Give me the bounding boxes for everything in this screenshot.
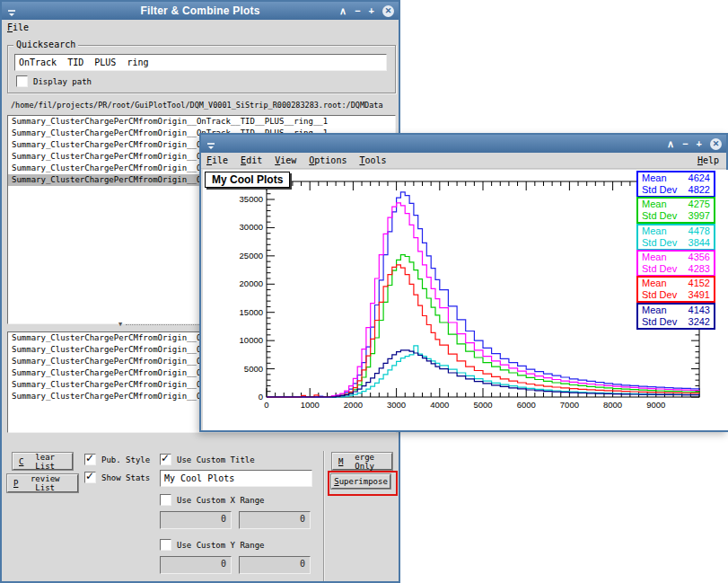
shade-icon[interactable]: ∧: [339, 2, 346, 20]
y-max-field[interactable]: 0: [239, 556, 311, 574]
menu-file[interactable]: File: [206, 155, 228, 165]
superimpose-button[interactable]: Superimpose: [331, 474, 390, 489]
maximize-icon[interactable]: +: [697, 135, 702, 153]
std-dev-label: Std Dev: [642, 289, 677, 301]
shade-icon[interactable]: ∧: [667, 135, 674, 153]
chevron-down-icon: ▼: [118, 321, 122, 328]
menu-view[interactable]: View: [275, 155, 296, 165]
mean-value: 4624: [689, 172, 710, 184]
std-dev-label: Std Dev: [642, 210, 677, 222]
checkbox-box: [160, 494, 171, 506]
stat-box[interactable]: Mean4143Std Dev3242: [636, 303, 715, 330]
close-icon[interactable]: ✕: [710, 138, 722, 150]
x-tick-label: 1000: [301, 400, 320, 410]
std-dev-value: 3844: [689, 237, 710, 249]
hist-red: [267, 265, 699, 397]
std-dev-label: Std Dev: [642, 263, 677, 275]
x-tick-label: 3000: [387, 400, 406, 410]
x-tick-label: 7000: [560, 400, 579, 410]
stat-box[interactable]: Mean4624Std Dev4822: [636, 171, 715, 198]
x-tick-label: 0: [264, 400, 268, 410]
checkbox-box: [160, 539, 171, 551]
y-tick-label: 15000: [240, 307, 263, 317]
stat-box[interactable]: Mean4478Std Dev3844: [636, 224, 715, 251]
std-dev-value: 3242: [689, 316, 710, 328]
x-min-field[interactable]: 0: [160, 511, 232, 529]
menu-file[interactable]: File: [7, 22, 29, 32]
mean-value: 4143: [689, 305, 710, 316]
hist-magenta: [267, 203, 699, 397]
mean-label: Mean: [642, 305, 667, 316]
desktop: Filter & Combine Plots ∧ − + ✕ File Quic…: [0, 0, 728, 583]
file-path-label: /home/fil/projects/PR/root/GuiPlotTool/D…: [11, 101, 397, 110]
std-dev-label: Std Dev: [642, 237, 677, 249]
mean-value: 4478: [689, 225, 710, 237]
hist-green: [267, 255, 699, 397]
display-path-checkbox[interactable]: Display path: [16, 75, 92, 87]
mean-label: Mean: [642, 199, 667, 210]
mean-value: 4152: [689, 278, 710, 289]
mean-label: Mean: [642, 252, 667, 263]
y-min-field[interactable]: 0: [160, 556, 232, 574]
window-menu-icon[interactable]: [206, 138, 216, 149]
custom-title-input[interactable]: [160, 470, 312, 487]
window2-titlebar[interactable]: ∧ − + ✕: [201, 135, 726, 153]
merge-only-button[interactable]: Merge Only: [332, 453, 392, 470]
hist-blue: [267, 192, 699, 397]
std-dev-value: 4283: [689, 263, 710, 275]
list-item[interactable]: Summary_ClusterChargePerCMfromOrigin__On…: [8, 116, 395, 128]
mean-label: Mean: [642, 225, 667, 237]
quicksearch-input[interactable]: [14, 54, 387, 71]
maximize-icon[interactable]: +: [369, 2, 374, 20]
menu-tools[interactable]: Tools: [359, 155, 386, 165]
use-custom-y-range-label: Use Custom Y Range: [177, 541, 265, 550]
show-stats-label: Show Stats: [101, 473, 150, 482]
checkbox-box: [160, 454, 171, 465]
mean-value: 4275: [689, 199, 710, 210]
use-custom-x-range-label: Use Custom X Range: [177, 496, 265, 505]
use-custom-title-checkbox[interactable]: Use Custom Title: [160, 454, 255, 465]
x-max-field[interactable]: 0: [239, 511, 311, 529]
quicksearch-label: Quicksearch: [13, 40, 78, 49]
use-custom-y-range-checkbox[interactable]: Use Custom Y Range: [160, 539, 265, 551]
display-path-label: Display path: [33, 77, 92, 86]
clear-list-button[interactable]: Clear List: [13, 453, 73, 470]
checkbox-box: [84, 472, 96, 483]
std-dev-value: 3997: [689, 210, 710, 222]
x-tick-label: 8000: [603, 400, 622, 410]
pub-style-checkbox[interactable]: Pub. Style: [84, 454, 150, 465]
x-tick-label: 9000: [646, 400, 665, 410]
x-tick-label: 5000: [473, 400, 492, 410]
plot-frame: [267, 181, 699, 397]
stat-box[interactable]: Mean4275Std Dev3997: [636, 197, 715, 224]
x-tick-label: 2000: [344, 400, 363, 410]
use-custom-x-range-checkbox[interactable]: Use Custom X Range: [160, 494, 265, 506]
menu-options[interactable]: Options: [309, 155, 346, 165]
plot-title-box[interactable]: My Cool Plots: [205, 172, 290, 188]
y-tick-label: 5000: [244, 364, 263, 374]
menu-help[interactable]: Help: [697, 155, 719, 165]
x-tick-label: 6000: [517, 400, 536, 410]
minimize-icon[interactable]: −: [355, 2, 360, 20]
minimize-icon[interactable]: −: [682, 135, 688, 153]
close-icon[interactable]: ✕: [382, 5, 394, 17]
menu-edit[interactable]: Edit: [241, 155, 262, 165]
std-dev-value: 4822: [689, 184, 710, 196]
stat-box[interactable]: Mean4152Std Dev3491: [636, 276, 715, 303]
root-canvas[interactable]: 0100020003000400050006000700080009000050…: [203, 170, 728, 430]
x-tick-label: 4000: [430, 400, 449, 410]
show-stats-checkbox[interactable]: Show Stats: [84, 472, 150, 483]
divider: [323, 451, 324, 581]
checkbox-box: [16, 75, 28, 87]
stat-box[interactable]: Mean4356Std Dev4283: [636, 250, 715, 277]
y-tick-label: 25000: [240, 251, 263, 261]
std-dev-label: Std Dev: [642, 316, 677, 328]
preview-list-button[interactable]: Preview List: [7, 474, 78, 492]
y-tick-label: 0: [259, 392, 263, 402]
mean-label: Mean: [642, 172, 667, 184]
y-tick-label: 10000: [240, 335, 263, 345]
std-dev-value: 3491: [689, 289, 710, 301]
checkbox-box: [84, 454, 96, 465]
mean-value: 4356: [689, 252, 710, 263]
window1-titlebar[interactable]: Filter & Combine Plots ∧ − + ✕: [2, 2, 399, 20]
